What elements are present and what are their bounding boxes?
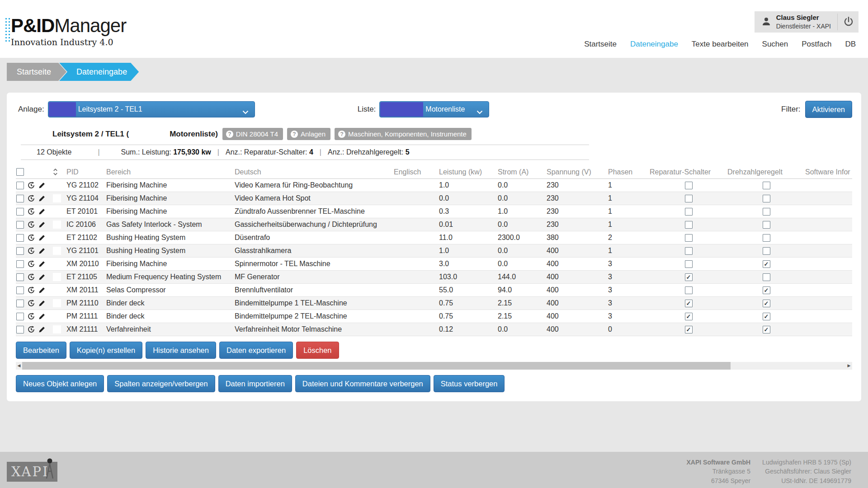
daten-importieren-button[interactable]: Daten importieren — [218, 375, 292, 392]
drehzahlgeregelt-checkbox[interactable]: ✓ — [763, 313, 770, 320]
power-icon[interactable] — [843, 16, 854, 28]
history-clock-icon[interactable] — [28, 326, 35, 333]
liste-select[interactable]: Motorenliste — [379, 101, 489, 117]
drehzahlgeregelt-checkbox[interactable]: ✓ — [763, 286, 770, 294]
help-badge[interactable]: ?Anlagen — [287, 128, 330, 140]
breadcrumb-startseite[interactable]: Startseite — [7, 63, 66, 81]
table-row[interactable]: ✓ XM 20110 Fiberising Machine Spinnermot… — [16, 258, 852, 271]
nav-item-postfach[interactable]: Postfach — [802, 40, 831, 49]
reparatur-schalter-checkbox[interactable]: ✓ — [685, 221, 693, 229]
bearbeiten-button[interactable]: Bearbeiten — [16, 342, 66, 359]
column-header-drz[interactable]: Drehzahlgeregelt — [727, 168, 805, 176]
kopie-n-erstellen-button[interactable]: Kopie(n) erstellen — [70, 342, 142, 359]
row-select-checkbox[interactable]: ✓ — [16, 300, 24, 307]
nav-item-startseite[interactable]: Startseite — [584, 40, 617, 49]
drehzahlgeregelt-checkbox[interactable]: ✓ — [763, 182, 770, 189]
column-header-rep[interactable]: Reparatur-Schalter — [650, 168, 727, 176]
table-row[interactable]: ✓ ET 20101 Fiberising Machine Zündtrafo … — [16, 205, 852, 218]
column-header-soft[interactable]: Software Infor — [805, 168, 852, 176]
table-row[interactable]: ✓ PM 21110 Binder deck Bindemittelpumpe … — [16, 297, 852, 310]
table-row[interactable]: ✓ YG 21101 Bushing Heating System Glasst… — [16, 244, 852, 258]
neues-objekt-anlegen-button[interactable]: Neues Objekt anlegen — [16, 375, 104, 392]
reparatur-schalter-checkbox[interactable]: ✓ — [685, 234, 693, 242]
table-row[interactable]: ✓ YG 21102 Fiberising Machine Video Kame… — [16, 179, 852, 192]
anlage-select[interactable]: Leitsystem 2 - TEL1 — [48, 101, 255, 117]
breadcrumb-dateneingabe[interactable]: Dateneingabe — [59, 63, 139, 81]
history-clock-icon[interactable] — [28, 286, 35, 294]
drehzahlgeregelt-checkbox[interactable]: ✓ — [763, 300, 770, 307]
history-clock-icon[interactable] — [28, 273, 35, 281]
historie-ansehen-button[interactable]: Historie ansehen — [146, 342, 216, 359]
nav-item-db[interactable]: DB — [845, 40, 856, 49]
löschen-button[interactable]: Löschen — [296, 342, 339, 359]
reparatur-schalter-checkbox[interactable]: ✓ — [685, 273, 693, 281]
reparatur-schalter-checkbox[interactable]: ✓ — [685, 300, 693, 307]
drehzahlgeregelt-checkbox[interactable]: ✓ — [763, 260, 770, 268]
pencil-icon[interactable] — [38, 287, 45, 294]
pencil-icon[interactable] — [38, 326, 45, 333]
status-verbergen-button[interactable]: Status verbergen — [434, 375, 505, 392]
pencil-icon[interactable] — [38, 182, 45, 189]
history-clock-icon[interactable] — [28, 182, 35, 189]
pencil-icon[interactable] — [38, 248, 45, 254]
daten-exportieren-button[interactable]: Daten exportieren — [219, 342, 293, 359]
dateien-und-kommentare-verbergen-button[interactable]: Dateien und Kommentare verbergen — [295, 375, 430, 392]
pencil-icon[interactable] — [38, 235, 45, 241]
scroll-right-arrow-icon[interactable]: ▶ — [846, 362, 852, 370]
row-select-checkbox[interactable]: ✓ — [16, 313, 24, 320]
horizontal-scrollbar[interactable]: ◀ ▶ — [16, 362, 852, 370]
pencil-icon[interactable] — [38, 208, 45, 215]
history-clock-icon[interactable] — [28, 234, 35, 241]
drehzahlgeregelt-checkbox[interactable]: ✓ — [763, 208, 770, 216]
user-panel[interactable]: Claus Siegler Dienstleister - XAPI — [755, 11, 859, 33]
row-select-checkbox[interactable]: ✓ — [16, 221, 24, 229]
pencil-icon[interactable] — [38, 261, 45, 267]
history-clock-icon[interactable] — [28, 208, 35, 215]
column-header-deutsch[interactable]: Deutsch — [235, 168, 394, 176]
column-header-bereich[interactable]: Bereich — [106, 168, 235, 176]
column-header-leistung[interactable]: Leistung (kw) — [439, 168, 498, 176]
column-header-spannung[interactable]: Spannung (V) — [547, 168, 608, 176]
row-select-checkbox[interactable]: ✓ — [16, 182, 24, 189]
pencil-icon[interactable] — [38, 300, 45, 307]
row-select-checkbox[interactable]: ✓ — [16, 326, 24, 333]
table-row[interactable]: ✓ XM 21111 Verfahreinheit Verfahreinheit… — [16, 323, 852, 336]
scrollbar-thumb[interactable] — [22, 362, 731, 370]
reparatur-schalter-checkbox[interactable]: ✓ — [685, 286, 693, 294]
column-header-strom[interactable]: Strom (A) — [498, 168, 547, 176]
spalten-anzeigen-verbergen-button[interactable]: Spalten anzeigen/verbergen — [107, 375, 215, 392]
pencil-icon[interactable] — [38, 313, 45, 320]
row-select-checkbox[interactable]: ✓ — [16, 273, 24, 281]
reparatur-schalter-checkbox[interactable]: ✓ — [685, 260, 693, 268]
xapi-logo[interactable]: XAPI — [7, 462, 57, 482]
select-all-checkbox[interactable]: ✓ — [16, 168, 24, 176]
reparatur-schalter-checkbox[interactable]: ✓ — [685, 247, 693, 255]
history-clock-icon[interactable] — [28, 221, 35, 228]
row-select-checkbox[interactable]: ✓ — [16, 234, 24, 242]
sort-arrows-icon[interactable] — [53, 168, 66, 176]
row-select-checkbox[interactable]: ✓ — [16, 286, 24, 294]
table-row[interactable]: ✓ XM 20111 Selas Compressor Brennluftven… — [16, 284, 852, 297]
row-select-checkbox[interactable]: ✓ — [16, 195, 24, 202]
column-header-phasen[interactable]: Phasen — [608, 168, 650, 176]
drehzahlgeregelt-checkbox[interactable]: ✓ — [763, 326, 770, 333]
row-select-checkbox[interactable]: ✓ — [16, 247, 24, 255]
reparatur-schalter-checkbox[interactable]: ✓ — [685, 182, 693, 189]
pencil-icon[interactable] — [38, 195, 45, 202]
column-header-englisch[interactable]: Englisch — [394, 168, 439, 176]
column-header-pid[interactable]: PID — [66, 168, 106, 176]
table-row[interactable]: ✓ IC 20106 Gas Safety Interlock - System… — [16, 218, 852, 231]
drehzahlgeregelt-checkbox[interactable]: ✓ — [763, 247, 770, 255]
help-badge[interactable]: ?DIN 28004 T4 — [222, 128, 283, 140]
nav-item-suchen[interactable]: Suchen — [762, 40, 788, 49]
reparatur-schalter-checkbox[interactable]: ✓ — [685, 313, 693, 320]
drehzahlgeregelt-checkbox[interactable]: ✓ — [763, 273, 770, 281]
history-clock-icon[interactable] — [28, 247, 35, 254]
history-clock-icon[interactable] — [28, 195, 35, 202]
row-select-checkbox[interactable]: ✓ — [16, 260, 24, 268]
history-clock-icon[interactable] — [28, 300, 35, 307]
drehzahlgeregelt-checkbox[interactable]: ✓ — [763, 234, 770, 242]
scroll-left-arrow-icon[interactable]: ◀ — [16, 362, 22, 370]
table-row[interactable]: ✓ ET 21102 Bushing Heating System Düsent… — [16, 231, 852, 244]
nav-item-texte-bearbeiten[interactable]: Texte bearbeiten — [692, 40, 749, 49]
